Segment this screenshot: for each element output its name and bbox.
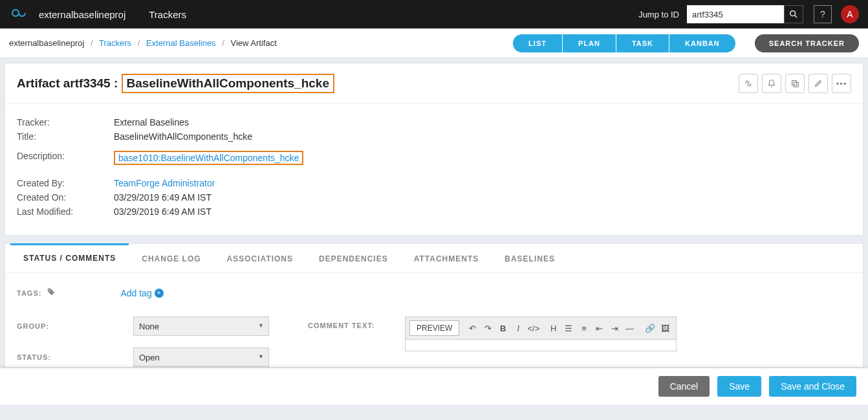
breadcrumb-item[interactable]: External Baselines bbox=[146, 38, 216, 48]
indent-button[interactable]: ⇥ bbox=[607, 320, 622, 336]
status-label: STATUS: bbox=[17, 353, 133, 361]
view-nav: LIST PLAN TASK KANBAN bbox=[513, 34, 735, 52]
tag-icon bbox=[47, 287, 56, 298]
topbar: externalbaselineproj Trackers Jump to ID… bbox=[0, 0, 868, 28]
group-select[interactable]: None bbox=[133, 316, 269, 336]
description-label: Description: bbox=[17, 151, 114, 165]
artifact-title: Artifact artf3345 : BaselineWithAllCompo… bbox=[17, 74, 334, 93]
search-tracker-button[interactable]: SEARCH TRACKER bbox=[755, 34, 859, 52]
heading-button[interactable]: H bbox=[547, 320, 561, 336]
indent-icon: ⇥ bbox=[611, 324, 618, 333]
add-tag-button[interactable]: Add tag + bbox=[120, 288, 163, 298]
jump-to-id-input[interactable] bbox=[687, 5, 784, 23]
footer: Cancel Save Save and Close bbox=[0, 368, 868, 404]
dots-icon: ••• bbox=[836, 79, 847, 89]
copy-icon bbox=[790, 79, 799, 88]
user-avatar[interactable]: A bbox=[841, 5, 859, 23]
help-button[interactable]: ? bbox=[814, 5, 832, 23]
redo-button[interactable]: ↷ bbox=[481, 320, 495, 336]
created-by-label: Created By: bbox=[17, 178, 114, 188]
last-modified-label: Last Modified: bbox=[17, 206, 114, 217]
pencil-icon bbox=[814, 79, 823, 88]
tab-status-comments[interactable]: STATUS / COMMENTS bbox=[10, 243, 129, 272]
italic-icon: I bbox=[517, 324, 519, 333]
group-label: GROUP: bbox=[17, 322, 133, 330]
save-button[interactable]: Save bbox=[717, 376, 761, 397]
title-label: Title: bbox=[17, 131, 114, 142]
tags-label: TAGS: bbox=[17, 289, 41, 297]
outdent-button[interactable]: ⇤ bbox=[592, 320, 607, 336]
plus-icon: + bbox=[155, 289, 164, 298]
ol-button[interactable]: ≡ bbox=[577, 320, 591, 336]
ul-button[interactable]: ☰ bbox=[562, 320, 576, 336]
created-on-label: Created On: bbox=[17, 192, 114, 203]
more-button[interactable]: ••• bbox=[832, 74, 851, 93]
form-right-col: COMMENT TEXT: PREVIEW ↶ ↷ B I </> H bbox=[308, 316, 851, 367]
undo-button[interactable]: ↶ bbox=[466, 320, 480, 336]
status-select[interactable]: Open bbox=[133, 348, 269, 367]
svg-point-4 bbox=[49, 290, 50, 291]
view-kanban[interactable]: KANBAN bbox=[669, 34, 735, 52]
bold-icon: B bbox=[500, 324, 506, 333]
artifact-id-label: Artifact artf3345 : bbox=[17, 76, 122, 90]
breadcrumb-item[interactable]: Trackers bbox=[99, 38, 131, 48]
comment-editor: PREVIEW ↶ ↷ B I </> H ☰ ≡ ⇤ ⇥ bbox=[405, 316, 677, 351]
svg-rect-3 bbox=[794, 82, 798, 87]
preview-button[interactable]: PREVIEW bbox=[409, 320, 459, 336]
search-button[interactable] bbox=[784, 5, 803, 23]
project-name[interactable]: externalbaselineproj bbox=[39, 9, 125, 20]
jump-to-id-label: Jump to ID bbox=[638, 10, 679, 19]
artifact-title-highlight: BaselineWithAllComponents_hcke bbox=[122, 74, 334, 93]
view-plan[interactable]: PLAN bbox=[563, 34, 616, 52]
hr-icon: — bbox=[625, 324, 634, 333]
image-button[interactable]: 🖼 bbox=[658, 320, 672, 336]
link-button[interactable] bbox=[739, 74, 758, 93]
description-link[interactable]: base1010:BaselineWithAllComponents_hcke bbox=[118, 153, 299, 163]
form-left-col: GROUP: None STATUS: Open bbox=[17, 316, 269, 367]
outdent-icon: ⇤ bbox=[596, 324, 603, 333]
breadcrumb-sep: / bbox=[222, 38, 224, 48]
svg-point-0 bbox=[790, 11, 796, 16]
tracker-value: External Baselines bbox=[114, 117, 189, 127]
tracker-label: Tracker: bbox=[17, 117, 114, 127]
breadcrumb-item[interactable]: externalbaselineproj bbox=[9, 38, 84, 48]
artifact-details: Tracker:External Baselines Title:Baselin… bbox=[5, 104, 863, 235]
form-grid: GROUP: None STATUS: Open COMMENT TEXT: P… bbox=[17, 316, 851, 367]
artifact-header: Artifact artf3345 : BaselineWithAllCompo… bbox=[5, 63, 863, 104]
tabs: STATUS / COMMENTS CHANGE LOG ASSOCIATION… bbox=[5, 244, 863, 273]
redo-icon: ↷ bbox=[484, 324, 492, 333]
cancel-button[interactable]: Cancel bbox=[658, 376, 710, 397]
edit-button[interactable] bbox=[808, 74, 828, 93]
created-by-link[interactable]: TeamForge Administrator bbox=[114, 178, 215, 188]
clone-button[interactable] bbox=[785, 74, 805, 93]
comment-row: COMMENT TEXT: PREVIEW ↶ ↷ B I </> H bbox=[308, 316, 851, 351]
view-list[interactable]: LIST bbox=[513, 34, 563, 52]
created-on-value: 03/29/2019 6:49 AM IST bbox=[114, 192, 212, 203]
bold-button[interactable]: B bbox=[496, 320, 510, 336]
tab-associations[interactable]: ASSOCIATIONS bbox=[214, 244, 306, 272]
ul-icon: ☰ bbox=[565, 324, 572, 333]
view-task[interactable]: TASK bbox=[616, 34, 669, 52]
hr-button[interactable]: — bbox=[623, 320, 637, 336]
tab-dependencies[interactable]: DEPENDENCIES bbox=[306, 244, 401, 272]
breadcrumb-item: View Artifact bbox=[231, 38, 277, 48]
breadcrumb-sep: / bbox=[91, 38, 93, 48]
comment-textarea[interactable] bbox=[405, 340, 677, 351]
nav-trackers[interactable]: Trackers bbox=[149, 9, 186, 20]
ol-icon: ≡ bbox=[581, 324, 587, 333]
svg-line-1 bbox=[795, 16, 797, 18]
save-and-close-button[interactable]: Save and Close bbox=[769, 376, 856, 397]
link-button[interactable]: 🔗 bbox=[643, 320, 657, 336]
editor-toolbar: PREVIEW ↶ ↷ B I </> H ☰ ≡ ⇤ ⇥ bbox=[405, 316, 677, 340]
app-logo[interactable] bbox=[9, 6, 28, 22]
link-icon: 🔗 bbox=[645, 324, 655, 333]
notify-button[interactable] bbox=[762, 74, 781, 93]
tab-change-log[interactable]: CHANGE LOG bbox=[129, 244, 213, 272]
search-icon bbox=[789, 10, 798, 19]
tab-attachments[interactable]: ATTACHMENTS bbox=[401, 244, 492, 272]
tab-baselines[interactable]: BASELINES bbox=[492, 244, 568, 272]
italic-button[interactable]: I bbox=[511, 320, 525, 336]
undo-icon: ↶ bbox=[469, 324, 476, 333]
code-button[interactable]: </> bbox=[526, 320, 541, 336]
svg-rect-2 bbox=[792, 81, 797, 85]
